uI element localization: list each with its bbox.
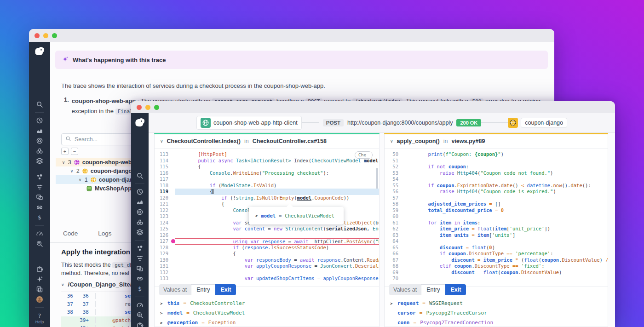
metrics-icon[interactable] bbox=[29, 126, 50, 136]
code-panel-header[interactable]: ∨ CheckoutController.Index() in Checkout… bbox=[155, 134, 379, 149]
processes-icon[interactable] bbox=[29, 172, 50, 182]
minimize-traffic-light[interactable] bbox=[145, 105, 150, 110]
close-traffic-light[interactable] bbox=[34, 33, 40, 38]
code-analysis-icon[interactable] bbox=[29, 239, 50, 249]
line-number[interactable]: 116 bbox=[155, 170, 168, 177]
service-node-http-client[interactable]: coupon-shop-web-app-http-client bbox=[196, 116, 302, 130]
hosts-icon[interactable] bbox=[29, 182, 50, 192]
integrations-icon[interactable] bbox=[131, 274, 149, 284]
variable-row[interactable]: >this=CheckoutController bbox=[160, 298, 375, 308]
line-number[interactable]: 125 bbox=[155, 226, 168, 232]
line-number[interactable]: 121 bbox=[155, 201, 168, 207]
line-number[interactable]: 59 bbox=[385, 207, 398, 214]
line-number[interactable]: 51 bbox=[385, 158, 398, 164]
line-number[interactable]: 61 bbox=[385, 220, 398, 226]
line-number[interactable]: 68 bbox=[385, 263, 398, 270]
collapse-all-button[interactable]: − bbox=[71, 148, 78, 155]
tab-logs[interactable]: Logs bbox=[97, 227, 112, 242]
line-number[interactable]: 131 bbox=[155, 263, 168, 270]
integrations-icon[interactable] bbox=[29, 202, 50, 212]
expand-chevron-icon[interactable]: > bbox=[390, 301, 394, 306]
line-number[interactable]: 122 bbox=[155, 207, 168, 214]
service-node-django[interactable]: coupon-django bbox=[521, 118, 567, 128]
minimize-traffic-light[interactable] bbox=[43, 33, 48, 38]
line-number[interactable]: 124 bbox=[155, 220, 168, 226]
chevron-down-icon[interactable]: ∨ bbox=[61, 160, 66, 165]
line-number[interactable]: 115 bbox=[155, 164, 168, 170]
tab-entry[interactable]: Entry bbox=[421, 284, 445, 295]
line-number[interactable]: 126 bbox=[155, 232, 168, 239]
chevron-down-icon[interactable]: ∨ bbox=[69, 169, 74, 173]
apm-icon[interactable] bbox=[131, 207, 149, 217]
line-number[interactable]: 50 bbox=[385, 151, 398, 158]
tab-exit[interactable]: Exit bbox=[215, 284, 236, 295]
line-number[interactable]: 114 bbox=[155, 158, 168, 164]
tab-exit[interactable]: Exit bbox=[445, 284, 466, 295]
tab-code[interactable]: Code bbox=[62, 227, 79, 242]
cost-icon[interactable]: $ bbox=[29, 212, 50, 223]
hosts-icon[interactable] bbox=[131, 253, 149, 264]
chevron-down-icon[interactable]: ∨ bbox=[78, 178, 82, 182]
search-icon[interactable] bbox=[29, 99, 50, 109]
infrastructure-icon[interactable] bbox=[131, 227, 149, 237]
performance-icon[interactable] bbox=[131, 300, 149, 310]
variable-row[interactable]: >@exception=Exception bbox=[160, 318, 375, 327]
maximize-traffic-light[interactable] bbox=[154, 105, 159, 110]
line-number[interactable]: 120 bbox=[155, 195, 168, 201]
cost-icon[interactable]: $ bbox=[131, 284, 149, 294]
line-number[interactable]: 66 bbox=[385, 251, 398, 257]
variable-row[interactable]: cursor=Psycopg2TracedCursor bbox=[390, 308, 604, 318]
rum-icon[interactable] bbox=[29, 192, 50, 202]
expand-chevron-icon[interactable]: > bbox=[160, 311, 164, 316]
line-number[interactable]: 128 bbox=[155, 245, 168, 251]
line-number[interactable]: 67 bbox=[385, 257, 398, 264]
help-icon[interactable]: ? bbox=[29, 310, 50, 321]
line-number[interactable]: 133 bbox=[155, 275, 168, 282]
watchdog-icon[interactable] bbox=[29, 146, 50, 156]
code-panel-header[interactable]: ∨ apply_coupon() in views.py#89 bbox=[385, 134, 608, 149]
plugins-icon[interactable] bbox=[131, 320, 149, 327]
user-avatar[interactable] bbox=[29, 294, 50, 304]
line-number[interactable]: 62 bbox=[385, 226, 398, 232]
line-number[interactable]: 117 bbox=[155, 176, 168, 183]
line-number[interactable]: 60 bbox=[385, 213, 398, 220]
metrics-icon[interactable] bbox=[131, 197, 149, 207]
variable-row[interactable]: >model=CheckoutViewModel bbox=[160, 308, 375, 318]
line-number[interactable]: 65 bbox=[385, 245, 398, 251]
line-number[interactable]: 127 bbox=[155, 238, 168, 245]
line-number[interactable]: 63 bbox=[385, 232, 398, 239]
workspaces-icon[interactable] bbox=[29, 284, 50, 294]
ai-assistant-icon[interactable] bbox=[29, 274, 50, 284]
line-number[interactable]: 54 bbox=[385, 176, 398, 183]
line-number[interactable]: 58 bbox=[385, 201, 398, 207]
code-analysis-icon[interactable] bbox=[131, 310, 149, 320]
line-number[interactable]: 70 bbox=[385, 275, 398, 282]
history-icon[interactable] bbox=[29, 115, 50, 126]
performance-icon[interactable] bbox=[29, 229, 50, 239]
line-number[interactable]: 118 bbox=[155, 183, 168, 189]
line-number[interactable]: 130 bbox=[155, 257, 168, 264]
tab-entry[interactable]: Entry bbox=[191, 284, 215, 295]
line-number[interactable]: 52 bbox=[385, 164, 398, 170]
expand-all-button[interactable]: + bbox=[61, 148, 69, 155]
line-number[interactable]: 113 bbox=[155, 151, 168, 158]
plugins-icon[interactable] bbox=[29, 264, 50, 274]
infrastructure-icon[interactable] bbox=[29, 156, 50, 166]
maximize-traffic-light[interactable] bbox=[52, 33, 57, 38]
history-icon[interactable] bbox=[131, 187, 149, 197]
line-number[interactable]: 64 bbox=[385, 238, 398, 245]
line-number[interactable]: 69 bbox=[385, 270, 398, 276]
diff-file-row[interactable]: ∨ /Coupon_Django_Site/co bbox=[61, 281, 138, 288]
search-icon[interactable] bbox=[131, 171, 149, 181]
line-number[interactable]: 119 bbox=[155, 189, 168, 195]
apm-icon[interactable] bbox=[29, 136, 50, 146]
line-number[interactable]: 53 bbox=[385, 170, 398, 177]
variable-row[interactable]: conn=Psycopg2TracedConnection bbox=[390, 318, 604, 327]
rum-icon[interactable] bbox=[131, 264, 149, 274]
expand-chevron-icon[interactable]: > bbox=[160, 301, 164, 306]
breakpoint-icon[interactable] bbox=[171, 239, 175, 243]
line-number[interactable]: 123 bbox=[155, 213, 168, 220]
line-number[interactable]: 129 bbox=[155, 251, 168, 257]
processes-icon[interactable] bbox=[131, 243, 149, 253]
line-number[interactable]: 55 bbox=[385, 183, 398, 189]
